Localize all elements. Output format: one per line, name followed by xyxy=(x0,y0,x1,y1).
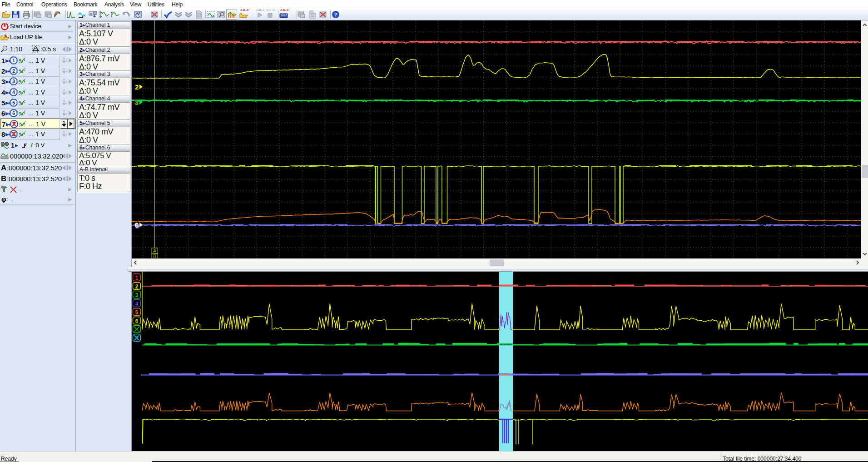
svg-text:3: 3 xyxy=(135,99,139,106)
svg-text:V: V xyxy=(90,12,93,16)
svg-text:5: 5 xyxy=(135,309,139,316)
svg-text:1: 1 xyxy=(135,275,139,281)
svg-text:3: 3 xyxy=(12,79,15,84)
svg-text:6: 6 xyxy=(135,221,139,229)
svg-text:6: 6 xyxy=(12,110,15,116)
svg-text:4: 4 xyxy=(135,301,139,307)
svg-text:3: 3 xyxy=(135,292,139,298)
svg-text:2: 2 xyxy=(135,83,139,91)
svg-text:4: 4 xyxy=(12,89,15,95)
svg-text:2: 2 xyxy=(135,283,139,290)
svg-text:?: ? xyxy=(334,12,337,17)
svg-text:2: 2 xyxy=(12,68,15,74)
svg-text:6: 6 xyxy=(135,318,139,324)
svg-text:1: 1 xyxy=(12,58,15,63)
svg-text:5: 5 xyxy=(12,100,15,105)
svg-text:B: B xyxy=(153,253,156,258)
svg-text:A: A xyxy=(153,248,157,253)
